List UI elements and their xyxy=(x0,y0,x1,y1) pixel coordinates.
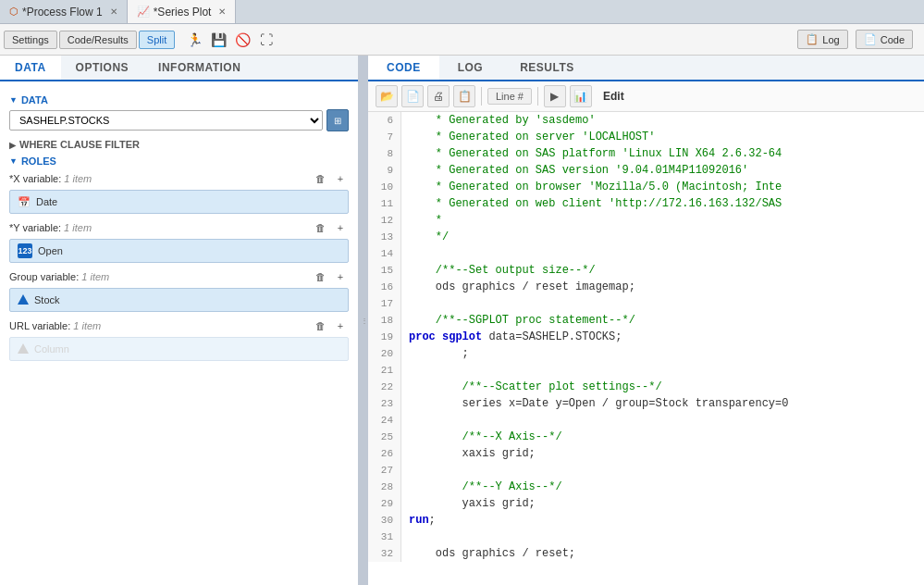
line-content xyxy=(401,529,924,545)
tab-process-flow-close[interactable]: ✕ xyxy=(110,6,117,17)
tab-options[interactable]: OPTIONS xyxy=(61,56,144,80)
y-variable-delete[interactable]: 🗑 xyxy=(312,219,328,236)
code-icon: 📄 xyxy=(864,33,877,45)
line-number: 20 xyxy=(368,345,401,362)
settings-button[interactable]: Settings xyxy=(4,31,57,49)
cancel-icon[interactable]: 🚫 xyxy=(232,30,253,50)
run-icon[interactable]: 🏃 xyxy=(184,30,204,50)
y-variable-actions: 🗑 + xyxy=(312,219,349,236)
group-variable-section: Group variable: 1 item 🗑 + Stock xyxy=(9,268,349,312)
tab-data[interactable]: DATA xyxy=(0,56,61,81)
code-results-button[interactable]: Code/Results xyxy=(59,31,137,49)
table-row: 9 * Generated on SAS version '9.04.01M4P… xyxy=(368,162,924,179)
panel-drag-handle[interactable]: ⋮ xyxy=(361,56,368,585)
line-number: 30 xyxy=(368,512,401,529)
group-variable-delete[interactable]: 🗑 xyxy=(312,268,328,285)
table-row: 20 ; xyxy=(368,345,924,362)
url-variable-add[interactable]: + xyxy=(332,317,349,334)
table-row: 18 /**--SGPLOT proc statement--*/ xyxy=(368,312,924,329)
dataset-select[interactable]: SASHELP.STOCKS xyxy=(9,110,323,131)
right-panel: CODE LOG RESULTS 📂 📄 🖨 📋 Line # ▶ 📊 Edit… xyxy=(368,56,924,585)
x-variable-add[interactable]: + xyxy=(332,170,349,187)
line-content: * Generated on SAS version '9.04.01M4P11… xyxy=(401,162,924,179)
dataset-grid-button[interactable]: ⊞ xyxy=(326,109,349,131)
line-content: * xyxy=(401,212,924,229)
line-number: 27 xyxy=(368,462,401,479)
line-content: run; xyxy=(401,512,924,529)
line-number: 12 xyxy=(368,212,401,229)
line-content xyxy=(401,462,924,479)
table-row: 17 xyxy=(368,295,924,312)
main-layout: DATA OPTIONS INFORMATION DATA SASHELP.ST… xyxy=(0,56,924,585)
tab-series-plot[interactable]: 📈 *Series Plot ✕ xyxy=(128,0,237,23)
tab-information[interactable]: INFORMATION xyxy=(143,56,255,80)
line-number: 7 xyxy=(368,129,401,145)
line-number: 14 xyxy=(368,245,401,262)
code-button[interactable]: 📄 Code xyxy=(856,30,913,49)
code-print-icon[interactable]: 🖨 xyxy=(427,85,450,107)
code-open-icon[interactable]: 📂 xyxy=(376,85,398,107)
y-variable-header: *Y variable: 1 item 🗑 + xyxy=(9,219,349,236)
line-content: * Generated on web client 'http://172.16… xyxy=(401,195,924,212)
line-content xyxy=(401,295,924,312)
table-row: 12 * xyxy=(368,212,924,229)
tab-series-plot-close[interactable]: ✕ xyxy=(218,6,226,17)
line-content: /**--Scatter plot settings--*/ xyxy=(401,379,924,395)
tab-process-flow[interactable]: ⬡ *Process Flow 1 ✕ xyxy=(0,0,128,23)
y-variable-add[interactable]: + xyxy=(332,219,349,236)
x-variable-delete[interactable]: 🗑 xyxy=(312,170,328,187)
where-clause-header[interactable]: WHERE CLAUSE FILTER xyxy=(9,139,349,150)
line-number: 13 xyxy=(368,229,401,245)
table-row: 29 yaxis grid; xyxy=(368,495,924,512)
left-tab-bar: DATA OPTIONS INFORMATION xyxy=(0,56,358,81)
url-variable-delete[interactable]: 🗑 xyxy=(312,317,328,334)
x-variable-item[interactable]: 📅 Date xyxy=(9,190,349,214)
line-content: */ xyxy=(401,229,924,245)
group-variable-add[interactable]: + xyxy=(332,268,349,285)
log-button[interactable]: 📋 Log xyxy=(797,30,847,49)
code-copy-icon[interactable]: 📋 xyxy=(453,85,475,107)
group-variable-header: Group variable: 1 item 🗑 + xyxy=(9,268,349,285)
line-number: 22 xyxy=(368,379,401,395)
code-new-icon[interactable]: 📄 xyxy=(401,85,424,107)
line-content: ods graphics / reset; xyxy=(401,545,924,562)
y-variable-label: *Y variable: 1 item xyxy=(9,222,92,233)
code-area[interactable]: 6 * Generated by 'sasdemo'7 * Generated … xyxy=(368,112,924,585)
expand-icon[interactable]: ⛶ xyxy=(256,30,277,50)
line-content: /**--SGPLOT proc statement--*/ xyxy=(401,312,924,329)
data-section-label: DATA xyxy=(21,94,48,106)
table-row: 23 series x=Date y=Open / group=Stock tr… xyxy=(368,395,924,412)
where-clause-label: WHERE CLAUSE FILTER xyxy=(19,139,140,150)
line-content: * Generated on browser 'Mozilla/5.0 (Mac… xyxy=(401,179,924,195)
line-content: * Generated on server 'LOCALHOST' xyxy=(401,129,924,145)
code-chart-icon[interactable]: 📊 xyxy=(570,85,592,107)
left-panel: DATA OPTIONS INFORMATION DATA SASHELP.ST… xyxy=(0,56,361,585)
roles-section-header[interactable]: ROLES xyxy=(9,156,349,167)
split-button[interactable]: Split xyxy=(139,31,175,49)
tab-log[interactable]: LOG xyxy=(439,56,502,80)
edit-label[interactable]: Edit xyxy=(603,90,624,103)
tab-code[interactable]: CODE xyxy=(368,56,439,81)
table-row: 7 * Generated on server 'LOCALHOST' xyxy=(368,129,924,145)
tab-results[interactable]: RESULTS xyxy=(501,56,593,80)
table-row: 32 ods graphics / reset; xyxy=(368,545,924,562)
group-variable-item[interactable]: Stock xyxy=(9,288,349,312)
line-number-box[interactable]: Line # xyxy=(487,88,532,105)
x-variable-label: *X variable: 1 item xyxy=(9,173,92,184)
line-content: /**--Y Axis--*/ xyxy=(401,479,924,495)
y-variable-item[interactable]: 123 Open xyxy=(9,239,349,263)
code-run-icon[interactable]: ▶ xyxy=(544,85,566,107)
date-icon: 📅 xyxy=(18,196,31,208)
save-icon[interactable]: 💾 xyxy=(208,30,228,50)
line-number: 26 xyxy=(368,445,401,462)
url-variable-item[interactable]: Column xyxy=(9,337,349,361)
data-section-header[interactable]: DATA xyxy=(9,94,349,106)
line-number: 21 xyxy=(368,362,401,379)
line-content: yaxis grid; xyxy=(401,495,924,512)
line-content: /**--Set output size--*/ xyxy=(401,262,924,279)
num-icon: 123 xyxy=(18,243,32,258)
tab-bar: ⬡ *Process Flow 1 ✕ 📈 *Series Plot ✕ xyxy=(0,0,924,24)
toolbar-icons: 🏃 💾 🚫 ⛶ xyxy=(184,30,277,50)
line-number: 9 xyxy=(368,162,401,179)
line-number: 28 xyxy=(368,479,401,495)
